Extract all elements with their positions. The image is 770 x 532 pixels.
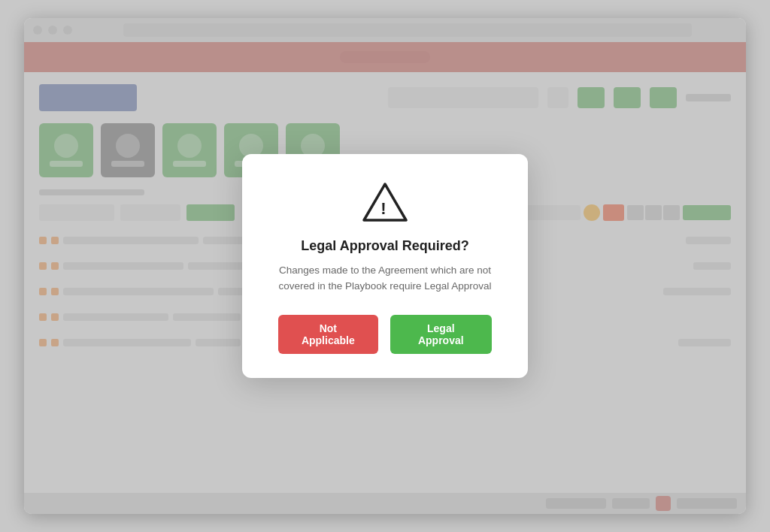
browser-window: ! Legal Approval Required? Changes made …	[24, 18, 746, 514]
svg-text:!: !	[380, 199, 386, 218]
modal-overlay: ! Legal Approval Required? Changes made …	[24, 18, 746, 514]
modal-buttons: Not Applicable Legal Approval	[278, 315, 492, 354]
legal-approval-button[interactable]: Legal Approval	[390, 315, 492, 354]
modal-description: Changes made to the Agreement which are …	[278, 263, 492, 294]
warning-icon: !	[361, 181, 409, 223]
modal-title: Legal Approval Required?	[301, 238, 468, 254]
legal-approval-modal: ! Legal Approval Required? Changes made …	[242, 154, 528, 378]
not-applicable-button[interactable]: Not Applicable	[278, 315, 378, 354]
